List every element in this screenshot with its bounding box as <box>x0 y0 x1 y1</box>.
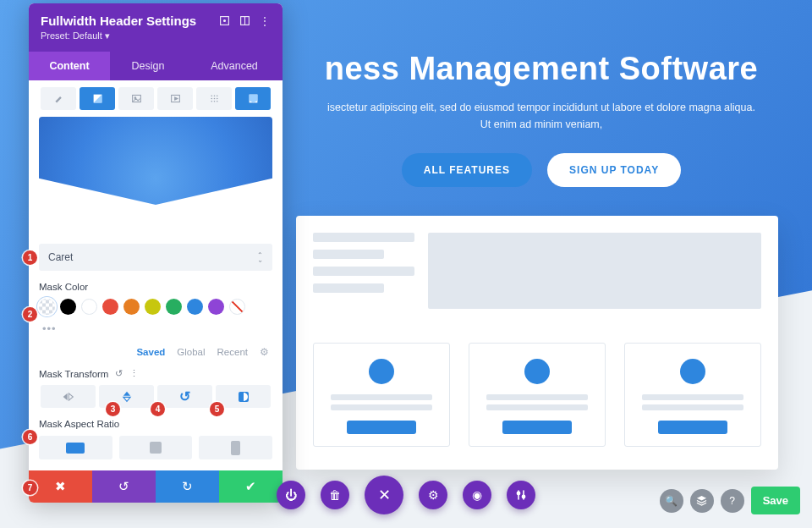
svg-point-11 <box>211 98 212 100</box>
palette-tab-recent[interactable]: Recent <box>217 347 248 357</box>
mask-transform-label: Mask Transform <box>39 369 108 379</box>
swatch-black[interactable] <box>60 299 76 315</box>
snap-icon[interactable] <box>239 15 250 27</box>
palette-settings-icon[interactable]: ⚙ <box>260 346 269 358</box>
svg-point-1 <box>223 20 225 22</box>
more-swatches-button[interactable]: ••• <box>39 320 60 338</box>
aspect-portrait[interactable] <box>199 436 272 459</box>
transform-invert[interactable] <box>216 385 271 408</box>
bg-option-pattern[interactable] <box>196 87 232 110</box>
save-button[interactable]: Save <box>751 487 800 514</box>
panel-redo-button[interactable]: ↻ <box>156 470 219 503</box>
svg-point-16 <box>216 101 217 102</box>
svg-point-10 <box>216 95 217 96</box>
toolbar-close-button[interactable]: ✕ <box>365 476 403 514</box>
svg-point-21 <box>517 492 519 494</box>
swatch-transparent[interactable] <box>39 299 55 315</box>
mask-preview <box>39 117 272 232</box>
layers-button[interactable] <box>690 489 714 513</box>
bg-option-image[interactable] <box>118 87 154 110</box>
svg-point-15 <box>213 101 215 102</box>
svg-point-12 <box>213 98 215 100</box>
toolbar-history-button[interactable]: ◉ <box>463 481 491 509</box>
annotation-6: 6 <box>23 430 37 444</box>
palette-tab-global[interactable]: Global <box>177 347 205 357</box>
swatch-red[interactable] <box>102 299 118 315</box>
annotation-4: 4 <box>151 402 165 416</box>
hero-section: ness Management Software isectetur adipi… <box>288 51 795 187</box>
panel-title: Fullwidth Header Settings <box>41 14 196 28</box>
palette-tab-saved[interactable]: Saved <box>136 347 165 357</box>
toolbar-power-button[interactable]: ⏻ <box>277 481 305 509</box>
annotation-3: 3 <box>106 402 120 416</box>
hero-subtitle: isectetur adipiscing elit, sed do eiusmo… <box>288 99 795 133</box>
tab-advanced[interactable]: Advanced <box>186 52 283 80</box>
mask-color-label: Mask Color <box>39 282 272 292</box>
swatch-white[interactable] <box>81 299 97 315</box>
transform-more-icon[interactable]: ⋮ <box>129 368 139 379</box>
swatch-yellow[interactable] <box>145 299 161 315</box>
reset-transform-icon[interactable]: ↺ <box>115 368 123 379</box>
panel-cancel-button[interactable]: ✖ <box>29 470 92 503</box>
bg-option-gradient[interactable] <box>80 87 115 110</box>
toolbar-sliders-button[interactable] <box>507 481 535 509</box>
mask-aspect-label: Mask Aspect Ratio <box>39 419 272 429</box>
hero-title: ness Management Software <box>288 51 795 87</box>
select-caret-icon <box>257 254 263 261</box>
panel-confirm-button[interactable]: ✔ <box>219 470 283 503</box>
settings-panel: Fullwidth Header Settings ⋮ Preset: Defa… <box>29 3 283 503</box>
zoom-button[interactable]: 🔍 <box>660 489 683 513</box>
annotation-5: 5 <box>210 402 224 416</box>
swatch-blue[interactable] <box>187 299 203 315</box>
bg-option-video[interactable] <box>157 87 193 110</box>
more-icon[interactable]: ⋮ <box>259 15 271 27</box>
expand-icon[interactable] <box>218 15 230 27</box>
tab-design[interactable]: Design <box>110 52 186 80</box>
preset-selector[interactable]: Preset: Default ▾ <box>41 30 271 41</box>
all-features-button[interactable]: ALL FEATURES <box>402 153 532 187</box>
panel-undo-button[interactable]: ↺ <box>92 470 156 503</box>
swatch-orange[interactable] <box>123 299 140 315</box>
aspect-landscape[interactable] <box>39 436 112 459</box>
toolbar-settings-button[interactable]: ⚙ <box>419 481 447 509</box>
svg-point-8 <box>211 95 212 96</box>
mask-style-value: Caret <box>48 251 73 263</box>
aspect-square[interactable] <box>119 436 193 459</box>
toolbar-trash-button[interactable]: 🗑 <box>321 481 349 509</box>
tab-content[interactable]: Content <box>29 52 110 80</box>
svg-point-9 <box>213 95 215 96</box>
svg-point-14 <box>211 101 212 102</box>
transform-flip-h[interactable] <box>41 385 96 408</box>
swatch-purple[interactable] <box>208 299 224 315</box>
swatch-green[interactable] <box>166 299 182 315</box>
swatch-none[interactable] <box>229 299 245 315</box>
bg-option-paint[interactable] <box>41 87 76 110</box>
transform-rotate[interactable]: ↺ <box>157 385 212 408</box>
builder-toolbar: ⏻ 🗑 ✕ ⚙ ◉ <box>277 476 535 514</box>
annotation-2: 2 <box>23 307 37 322</box>
svg-point-13 <box>216 98 217 100</box>
wireframe-preview <box>296 216 778 470</box>
help-button[interactable]: ? <box>721 489 744 513</box>
bg-option-mask[interactable] <box>235 87 271 110</box>
annotation-1: 1 <box>23 250 37 265</box>
svg-point-22 <box>522 495 524 498</box>
mask-style-select[interactable]: Caret <box>39 244 272 271</box>
background-type-row <box>39 87 272 110</box>
annotation-7: 7 <box>23 481 37 495</box>
sign-up-button[interactable]: SIGN UP TODAY <box>547 153 681 187</box>
